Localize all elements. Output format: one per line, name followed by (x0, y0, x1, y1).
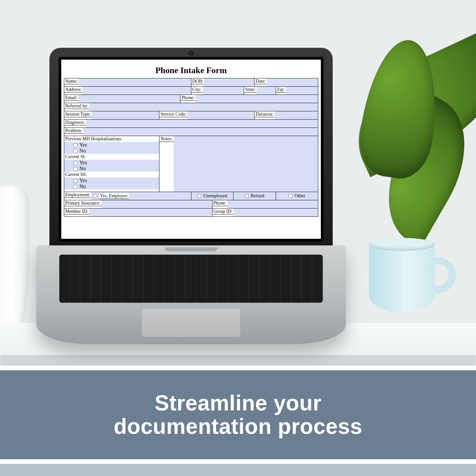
opt-yes: Yes (79, 178, 87, 183)
label-date: Date: (255, 78, 266, 84)
label-referred-by: Referred by: (64, 103, 89, 109)
checkbox-si-no[interactable] (73, 167, 77, 171)
label-current-si: Current SI: (64, 154, 159, 160)
keyboard (59, 255, 323, 303)
opt-no: No (79, 148, 86, 154)
label-diagnosis: Diagnosis: (64, 120, 86, 126)
label-dob: DOB: (191, 78, 204, 84)
laptop-lid: Phone Intake Form Name: DOB: Date: Addre (49, 48, 333, 249)
field-member-id[interactable] (89, 209, 212, 216)
label-current-hi: Current HI: (64, 172, 159, 178)
label-member-id: Member ID: (64, 209, 89, 214)
form-title: Phone Intake Form (64, 66, 318, 75)
field-state[interactable] (257, 87, 275, 95)
label-state: State: (244, 87, 257, 93)
banner-divider-bottom (0, 459, 476, 464)
label-yes-employer: Yes, Employer: (99, 193, 129, 199)
banner-headline: Streamline yourdocumentation process (114, 391, 362, 438)
checkbox-hi-no[interactable] (73, 185, 77, 189)
label-ins-phone: Phone: (212, 200, 227, 206)
label-other: Other (294, 193, 305, 199)
label-problem: Problem: (64, 128, 83, 134)
label-employment: Employment: (64, 192, 91, 198)
field-notes[interactable] (174, 136, 318, 192)
checkbox-prev-yes[interactable] (73, 143, 77, 147)
label-phone: Phone: (181, 95, 195, 101)
field-referred-by[interactable] (89, 103, 318, 111)
field-dob[interactable] (204, 78, 254, 86)
panel-prev-hospitalizations: Previous MH Hospitalizations: Yes No Cur… (64, 136, 159, 192)
checkbox-other[interactable] (289, 194, 293, 198)
checkbox-yes-employer[interactable] (93, 194, 97, 198)
intake-form: Phone Intake Form Name: DOB: Date: Addre (61, 60, 321, 217)
field-city[interactable] (203, 87, 244, 95)
field-date[interactable] (267, 78, 318, 86)
field-duration[interactable] (274, 111, 318, 119)
field-phone[interactable] (195, 95, 318, 103)
field-primary-insurance[interactable] (101, 200, 212, 208)
label-name: Name: (64, 78, 78, 84)
checkbox-unemployed[interactable] (197, 194, 201, 198)
trackpad (142, 308, 240, 337)
coffee-mug (369, 244, 445, 320)
label-address: Address: (64, 87, 83, 93)
label-email: Email: (64, 95, 78, 101)
opt-yes: Yes (79, 142, 87, 148)
laptop: Phone Intake Form Name: DOB: Date: Addre (49, 48, 333, 357)
label-prev-mh: Previous MH Hospitalizations: (64, 136, 159, 142)
label-primary-insurance: Primary Insurance: (64, 200, 101, 206)
checkbox-si-yes[interactable] (73, 161, 77, 165)
label-retired: Retired (251, 193, 264, 199)
field-name[interactable] (78, 78, 191, 86)
label-service-code: Service Code: (159, 111, 187, 117)
field-email[interactable] (78, 95, 180, 103)
banner-divider-top (0, 366, 476, 370)
label-duration: Duration: (255, 111, 274, 117)
field-service-code[interactable] (187, 111, 254, 119)
field-group-id[interactable] (234, 209, 318, 216)
opt-yes: Yes (79, 160, 87, 165)
laptop-base (36, 245, 346, 344)
opt-no: No (79, 166, 86, 171)
field-diagnosis[interactable] (86, 120, 318, 127)
field-ins-phone[interactable] (227, 200, 318, 208)
label-session-type: Session Type: (64, 111, 92, 117)
opt-no: No (79, 183, 86, 189)
label-notes: Notes: (159, 136, 174, 142)
checkbox-prev-no[interactable] (73, 149, 77, 153)
webcam-icon (190, 52, 193, 55)
field-problem[interactable] (83, 128, 318, 136)
footer-strip (0, 464, 476, 476)
marketing-banner: Streamline yourdocumentation process (0, 370, 476, 459)
form-table: Name: DOB: Date: Address: City: State: Z… (64, 78, 318, 217)
hinge-notch (165, 247, 217, 251)
field-address[interactable] (83, 87, 191, 95)
screen-bezel: Phone Intake Form Name: DOB: Date: Addre (59, 57, 323, 241)
label-group-id: Group ID: (212, 209, 234, 214)
label-city: City: (191, 87, 203, 93)
laptop-screen: Phone Intake Form Name: DOB: Date: Addre (61, 60, 321, 239)
checkbox-retired[interactable] (245, 194, 249, 198)
field-zip[interactable] (286, 87, 318, 95)
label-zip: Zip: (276, 87, 286, 93)
label-unemployed: Unemployed (203, 193, 227, 199)
field-session-type[interactable] (92, 111, 159, 119)
checkbox-hi-yes[interactable] (73, 179, 77, 183)
